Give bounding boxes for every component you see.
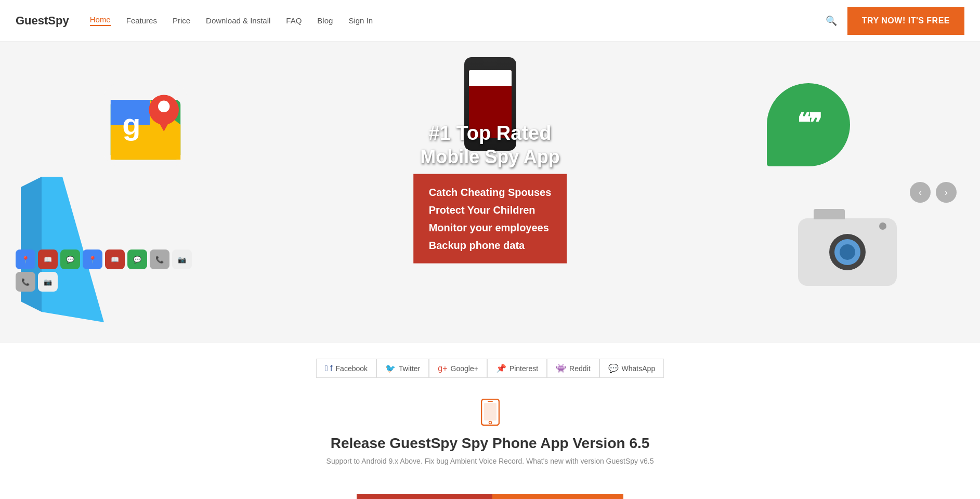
facebook-icon:  f xyxy=(325,364,333,373)
hero-bullets: Catch Cheating Spouses Protect Your Chil… xyxy=(413,174,567,263)
pinterest-share-button[interactable]: 📌 Pinterest xyxy=(487,359,547,378)
reddit-icon: 👾 xyxy=(556,363,566,373)
hero-section: g 📍 📖 💬 📍 📖 💬 📞 📷 📞 📷 xyxy=(0,42,980,343)
release-subtitle: Support to Android 9.x Above. Fix bug Am… xyxy=(10,457,970,465)
main-nav: Home Features Price Download & Install F… xyxy=(90,15,823,26)
nav-features[interactable]: Features xyxy=(126,16,157,25)
nav-signin[interactable]: Sign In xyxy=(348,16,373,25)
bullet-2: Protect Your Children xyxy=(429,201,552,218)
hero-center-content: #1 #1 Top RatedTop Rated Mobile Spy App … xyxy=(413,122,567,264)
hero-title-line1: #1 #1 Top RatedTop Rated xyxy=(413,122,567,146)
mini-icon-red2: 📖 xyxy=(105,250,125,269)
nav-blog[interactable]: Blog xyxy=(317,16,333,25)
mini-icon-green2: 💬 xyxy=(127,250,147,269)
svg-point-6 xyxy=(158,101,169,112)
svg-rect-9 xyxy=(484,403,496,421)
reddit-label: Reddit xyxy=(569,364,590,373)
header: GuestSpy Home Features Price Download & … xyxy=(0,0,980,42)
release-title: Release GuestSpy Spy Phone App Version 6… xyxy=(10,435,970,452)
hangouts-icon: ❝❞ xyxy=(767,83,850,166)
twitter-label: Twitter xyxy=(399,364,420,373)
facebook-label: Facebook xyxy=(336,364,368,373)
cta-bar: View All Feature Download Now xyxy=(0,494,980,499)
twitter-icon: 🐦 xyxy=(385,363,396,373)
svg-text:g: g xyxy=(122,108,140,141)
try-now-button[interactable]: TRY NOW! IT'S FREE xyxy=(847,7,964,35)
carousel-next-button[interactable]: › xyxy=(936,182,957,203)
facebook-share-button[interactable]:  f Facebook xyxy=(316,359,376,378)
svg-rect-11 xyxy=(488,401,493,402)
phone-icon xyxy=(10,399,970,430)
reddit-share-button[interactable]: 👾 Reddit xyxy=(547,359,599,378)
whatsapp-icon: 💬 xyxy=(608,363,619,373)
pinterest-icon: 📌 xyxy=(496,363,506,373)
bullet-3: Monitor your employees xyxy=(429,218,552,236)
logo[interactable]: GuestSpy xyxy=(16,14,69,28)
mini-icons-cluster: 📍 📖 💬 📍 📖 💬 📞 📷 📞 📷 xyxy=(16,250,203,292)
whatsapp-label: WhatsApp xyxy=(622,364,656,373)
mini-icon-red: 📖 xyxy=(38,250,58,269)
view-feature-button[interactable]: View All Feature xyxy=(357,494,492,499)
mini-icon-phone: 📞 xyxy=(150,250,169,269)
whatsapp-share-button[interactable]: 💬 WhatsApp xyxy=(599,359,664,378)
hero-title-line2: Mobile Spy App xyxy=(413,145,567,167)
mini-icon-green: 💬 xyxy=(60,250,80,269)
googleplus-icon: g+ xyxy=(438,364,447,373)
twitter-share-button[interactable]: 🐦 Twitter xyxy=(376,359,429,378)
carousel-prev-button[interactable]: ‹ xyxy=(910,182,931,203)
mini-icon-maps: 📍 xyxy=(16,250,35,269)
svg-point-10 xyxy=(489,422,491,424)
pinterest-label: Pinterest xyxy=(509,364,538,373)
mini-icon-cam: 📷 xyxy=(172,250,192,269)
search-button[interactable]: 🔍 xyxy=(823,12,840,29)
nav-faq[interactable]: FAQ xyxy=(286,16,302,25)
header-right: 🔍 TRY NOW! IT'S FREE xyxy=(823,7,964,35)
nav-download[interactable]: Download & Install xyxy=(206,16,270,25)
download-now-button[interactable]: Download Now xyxy=(492,494,623,499)
googleplus-label: Google+ xyxy=(451,364,478,373)
social-share-bar:  f Facebook 🐦 Twitter g+ Google+ 📌 Pint… xyxy=(0,343,980,388)
googleplus-share-button[interactable]: g+ Google+ xyxy=(429,359,487,378)
mini-icon-phone2: 📞 xyxy=(16,272,35,292)
mini-icon-cam2: 📷 xyxy=(38,272,58,292)
bullet-4: Backup phone data xyxy=(429,236,552,254)
nav-home[interactable]: Home xyxy=(90,15,111,26)
bullet-1: Catch Cheating Spouses xyxy=(429,183,552,201)
release-section: Release GuestSpy Spy Phone App Version 6… xyxy=(0,388,980,494)
camera-icon xyxy=(798,218,902,291)
mini-icon-maps2: 📍 xyxy=(83,250,102,269)
google-maps-icon: g xyxy=(104,83,187,166)
nav-price[interactable]: Price xyxy=(173,16,190,25)
